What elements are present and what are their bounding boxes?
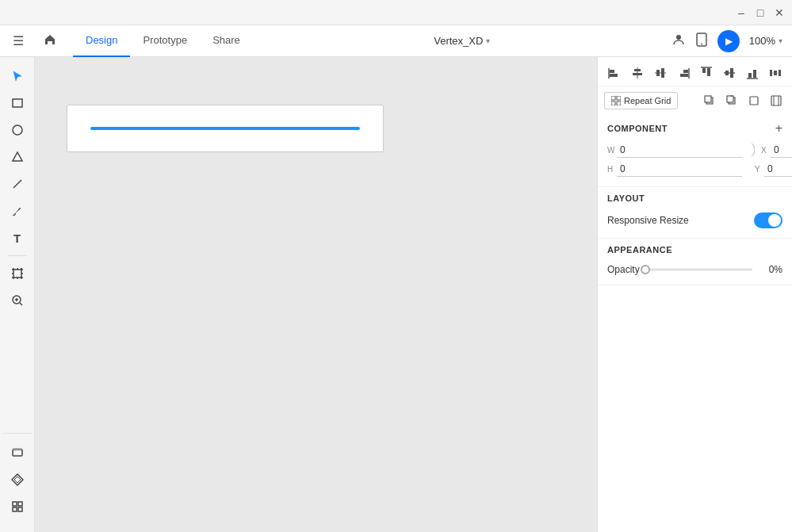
svg-point-0 [676, 35, 681, 40]
text-tool[interactable]: T [3, 225, 32, 251]
align-tools [598, 57, 792, 86]
component-add-button[interactable]: + [775, 121, 782, 136]
svg-rect-51 [748, 73, 752, 78]
nav-center: Vertex_XD ▾ [266, 35, 659, 47]
component-section-title: COMPONENT [607, 124, 668, 133]
title-bar-controls: – □ ✕ [735, 6, 786, 19]
copy-button-3[interactable] [744, 91, 763, 110]
title-bar: – □ ✕ [0, 0, 792, 25]
toolbar-group-main: T [3, 63, 32, 313]
width-input[interactable] [617, 143, 742, 158]
align-center-horizontal-button[interactable] [627, 63, 649, 82]
play-button[interactable]: ▶ [717, 30, 740, 52]
layers-panel-button[interactable] [3, 440, 32, 465]
align-right-edge-button[interactable] [673, 63, 694, 82]
opacity-row: Opacity 0% [607, 261, 782, 278]
svg-rect-62 [617, 101, 621, 105]
zoom-dropdown-icon: ▾ [779, 36, 782, 45]
svg-point-2 [701, 43, 702, 44]
svg-rect-45 [702, 68, 706, 73]
pen-tool[interactable] [3, 198, 32, 224]
maximize-button[interactable]: □ [754, 6, 767, 19]
tab-prototype[interactable]: Prototype [130, 25, 200, 57]
svg-rect-66 [727, 96, 733, 102]
align-top-button[interactable] [696, 63, 717, 82]
home-icon[interactable] [40, 29, 60, 53]
text-icon: T [13, 232, 21, 245]
align-center-vertical-button[interactable] [650, 63, 671, 82]
svg-marker-28 [14, 477, 21, 483]
component-section-header: COMPONENT + [607, 121, 782, 136]
project-title[interactable]: Vertex_XD ▾ [434, 35, 490, 47]
align-left-edge-button[interactable] [604, 63, 626, 82]
opacity-value: 0% [759, 264, 782, 275]
toolbar-group-bottom [3, 433, 32, 526]
user-icon[interactable] [671, 33, 686, 50]
canvas[interactable] [35, 57, 597, 532]
triangle-tool[interactable] [3, 144, 32, 170]
x-field: X [761, 143, 792, 158]
svg-rect-61 [611, 101, 615, 105]
width-field: W [607, 143, 742, 158]
layout-section-header: LAYOUT [607, 193, 782, 203]
svg-marker-27 [12, 474, 23, 485]
y-label: Y [755, 165, 763, 174]
toggle-thumb [768, 214, 781, 227]
zoom-control[interactable]: 100% ▾ [749, 35, 782, 47]
copy-button-2[interactable] [722, 91, 741, 110]
line-tool[interactable] [3, 171, 32, 197]
tab-design[interactable]: Design [73, 25, 130, 57]
svg-rect-34 [610, 74, 618, 77]
opacity-track [645, 269, 752, 271]
svg-point-4 [13, 125, 22, 135]
align-bottom-button[interactable] [741, 63, 763, 82]
mobile-preview-icon[interactable] [695, 33, 708, 50]
tab-share[interactable]: Share [200, 25, 253, 57]
responsive-resize-toggle[interactable] [754, 212, 782, 228]
minimize-button[interactable]: – [735, 6, 748, 19]
rectangle-tool[interactable] [3, 90, 32, 116]
repeat-grid-copy-buttons [700, 91, 786, 110]
appearance-section: APPEARANCE Opacity 0% [598, 239, 792, 285]
y-field: Y [755, 162, 792, 177]
artboard-tool[interactable] [3, 261, 32, 286]
top-nav: ☰ Design Prototype Share Vertex_XD ▾ [0, 25, 792, 57]
repeat-grid-button[interactable]: Repeat Grid [604, 92, 678, 109]
assets-panel-button[interactable] [3, 467, 32, 492]
copy-button-4[interactable] [767, 91, 786, 110]
project-name: Vertex_XD [434, 35, 483, 47]
wh-link-divider [748, 142, 755, 158]
plugins-button[interactable] [3, 494, 32, 519]
width-label: W [607, 146, 615, 155]
app-layout: ☰ Design Prototype Share Vertex_XD ▾ [0, 25, 792, 532]
opacity-label: Opacity [607, 264, 639, 275]
zoom-tool[interactable] [3, 288, 32, 313]
blue-line-element [90, 127, 360, 130]
svg-rect-31 [13, 507, 17, 511]
ellipse-tool[interactable] [3, 117, 32, 143]
layout-section-title: LAYOUT [607, 193, 645, 203]
opacity-thumb[interactable] [641, 265, 650, 274]
svg-rect-52 [753, 70, 756, 78]
svg-rect-68 [750, 97, 758, 105]
height-label: H [607, 165, 615, 174]
x-input[interactable] [771, 143, 792, 158]
repeat-grid-label: Repeat Grid [624, 96, 671, 105]
svg-rect-55 [774, 71, 777, 75]
wh-row-1: W X [607, 142, 782, 158]
right-panel: Repeat Grid [597, 57, 792, 532]
opacity-slider[interactable] [645, 266, 752, 273]
svg-rect-30 [18, 502, 22, 506]
x-label: X [761, 146, 769, 155]
svg-rect-3 [13, 99, 22, 107]
close-button[interactable]: ✕ [773, 6, 786, 19]
menu-icon[interactable]: ☰ [10, 30, 27, 52]
align-middle-button[interactable] [718, 63, 740, 82]
copy-button-1[interactable] [700, 91, 719, 110]
nav-tabs: Design Prototype Share [73, 25, 253, 57]
height-input[interactable] [617, 162, 742, 177]
select-tool[interactable] [3, 63, 32, 89]
y-input[interactable] [764, 162, 792, 177]
height-field: H [607, 162, 742, 177]
distribute-horizontal-button[interactable] [764, 63, 786, 82]
